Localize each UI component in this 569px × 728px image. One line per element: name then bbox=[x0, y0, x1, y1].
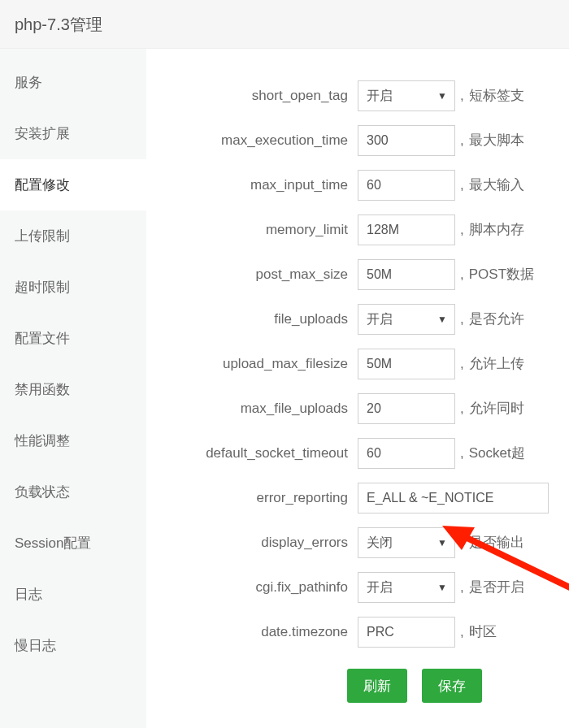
setting-control: ,允许上传 bbox=[358, 349, 524, 379]
comma: , bbox=[460, 88, 464, 104]
setting-input[interactable] bbox=[358, 617, 455, 648]
setting-control: 开启关闭▼,是否开启 bbox=[358, 572, 524, 603]
sidebar-item[interactable]: Session配置 bbox=[0, 518, 146, 569]
setting-description: 是否开启 bbox=[469, 578, 524, 596]
comma: , bbox=[460, 222, 464, 238]
setting-input[interactable] bbox=[358, 483, 549, 514]
setting-control: ,最大输入 bbox=[358, 170, 524, 201]
setting-control bbox=[358, 483, 549, 514]
setting-control: ,时区 bbox=[358, 617, 497, 648]
setting-row: date.timezone,时区 bbox=[146, 609, 569, 654]
setting-control: ,脚本内存 bbox=[358, 214, 524, 245]
setting-row: cgi.fix_pathinfo开启关闭▼,是否开启 bbox=[146, 565, 569, 609]
setting-select[interactable]: 开启关闭 bbox=[358, 304, 455, 335]
setting-description: 允许上传 bbox=[469, 354, 524, 373]
setting-row: max_file_uploads,允许同时 bbox=[146, 386, 569, 431]
setting-description: 最大脚本 bbox=[469, 131, 524, 150]
setting-row: upload_max_filesize,允许上传 bbox=[146, 341, 569, 386]
window-title: php-7.3管理 bbox=[0, 0, 569, 49]
button-row: 刷新 保存 bbox=[260, 669, 569, 703]
setting-input[interactable] bbox=[358, 259, 455, 290]
setting-row: post_max_size,POST数据 bbox=[146, 252, 569, 297]
setting-select[interactable]: 开启关闭 bbox=[358, 572, 455, 603]
sidebar-item-label: 慢日志 bbox=[15, 638, 56, 653]
setting-description: 时区 bbox=[469, 622, 497, 641]
sidebar-item[interactable]: 配置文件 bbox=[0, 313, 146, 364]
setting-input[interactable] bbox=[358, 393, 455, 424]
setting-control: 开启关闭▼,是否输出 bbox=[358, 527, 524, 558]
setting-label: post_max_size bbox=[146, 266, 358, 283]
setting-label: memory_limit bbox=[146, 222, 358, 238]
sidebar-item-label: Session配置 bbox=[15, 535, 91, 551]
sidebar-item-label: 上传限制 bbox=[15, 228, 70, 244]
comma: , bbox=[460, 445, 464, 462]
sidebar-item-label: 配置文件 bbox=[15, 331, 70, 346]
body: 服务安装扩展配置修改上传限制超时限制配置文件禁用函数性能调整负载状态Sessio… bbox=[0, 49, 569, 728]
sidebar-item[interactable]: 超时限制 bbox=[0, 262, 146, 313]
setting-control: ,POST数据 bbox=[358, 259, 534, 290]
setting-description: 是否输出 bbox=[469, 533, 524, 552]
sidebar-item-label: 配置修改 bbox=[15, 177, 70, 193]
sidebar-item[interactable]: 安装扩展 bbox=[0, 108, 146, 159]
comma: , bbox=[460, 579, 464, 596]
comma: , bbox=[460, 624, 464, 640]
sidebar-item[interactable]: 慢日志 bbox=[0, 620, 146, 671]
comma: , bbox=[460, 401, 464, 417]
sidebar-item-label: 性能调整 bbox=[15, 433, 70, 448]
comma: , bbox=[460, 535, 464, 551]
sidebar-item-label: 负载状态 bbox=[15, 484, 70, 500]
main-panel: short_open_tag开启关闭▼,短标签支max_execution_ti… bbox=[146, 49, 569, 728]
sidebar-item[interactable]: 上传限制 bbox=[0, 210, 146, 262]
sidebar-item-label: 安装扩展 bbox=[15, 126, 70, 141]
setting-description: 是否允许 bbox=[469, 310, 524, 328]
setting-control: ,Socket超 bbox=[358, 438, 525, 469]
setting-description: 脚本内存 bbox=[469, 220, 524, 239]
setting-row: error_reporting bbox=[146, 475, 569, 520]
comma: , bbox=[460, 177, 464, 193]
refresh-button[interactable]: 刷新 bbox=[347, 669, 407, 703]
setting-label: cgi.fix_pathinfo bbox=[146, 579, 358, 596]
setting-description: 最大输入 bbox=[469, 176, 524, 194]
setting-row: file_uploads开启关闭▼,是否允许 bbox=[146, 297, 569, 341]
setting-label: file_uploads bbox=[146, 311, 358, 327]
sidebar-item-label: 服务 bbox=[15, 75, 42, 90]
setting-label: max_execution_time bbox=[146, 132, 358, 149]
sidebar: 服务安装扩展配置修改上传限制超时限制配置文件禁用函数性能调整负载状态Sessio… bbox=[0, 49, 146, 728]
setting-description: POST数据 bbox=[469, 265, 534, 284]
setting-label: display_errors bbox=[146, 535, 358, 551]
setting-input[interactable] bbox=[358, 438, 455, 469]
setting-input[interactable] bbox=[358, 170, 455, 201]
sidebar-item-label: 日志 bbox=[15, 587, 42, 602]
setting-input[interactable] bbox=[358, 125, 455, 156]
setting-label: date.timezone bbox=[146, 624, 358, 640]
comma: , bbox=[460, 132, 464, 149]
setting-label: short_open_tag bbox=[146, 88, 358, 104]
setting-input[interactable] bbox=[358, 349, 455, 379]
sidebar-item[interactable]: 服务 bbox=[0, 57, 146, 108]
save-button[interactable]: 保存 bbox=[422, 669, 482, 703]
setting-row: short_open_tag开启关闭▼,短标签支 bbox=[146, 73, 569, 118]
comma: , bbox=[460, 356, 464, 372]
setting-control: ,最大脚本 bbox=[358, 125, 524, 156]
setting-control: ,允许同时 bbox=[358, 393, 524, 424]
setting-select[interactable]: 开启关闭 bbox=[358, 527, 455, 558]
settings-form: short_open_tag开启关闭▼,短标签支max_execution_ti… bbox=[146, 73, 569, 654]
setting-label: error_reporting bbox=[146, 490, 358, 506]
sidebar-item[interactable]: 性能调整 bbox=[0, 415, 146, 466]
setting-control: 开启关闭▼,是否允许 bbox=[358, 304, 524, 335]
sidebar-item[interactable]: 日志 bbox=[0, 569, 146, 620]
sidebar-item[interactable]: 禁用函数 bbox=[0, 364, 146, 415]
setting-row: memory_limit,脚本内存 bbox=[146, 207, 569, 252]
sidebar-item[interactable]: 配置修改 bbox=[0, 159, 146, 210]
sidebar-item-label: 禁用函数 bbox=[15, 382, 70, 397]
sidebar-item-label: 超时限制 bbox=[15, 280, 70, 295]
setting-select[interactable]: 开启关闭 bbox=[358, 80, 455, 111]
setting-input[interactable] bbox=[358, 214, 455, 245]
comma: , bbox=[460, 311, 464, 327]
comma: , bbox=[460, 266, 464, 283]
setting-row: max_execution_time,最大脚本 bbox=[146, 118, 569, 162]
setting-label: upload_max_filesize bbox=[146, 356, 358, 372]
setting-label: max_input_time bbox=[146, 177, 358, 193]
sidebar-item[interactable]: 负载状态 bbox=[0, 466, 146, 518]
setting-row: max_input_time,最大输入 bbox=[146, 162, 569, 207]
